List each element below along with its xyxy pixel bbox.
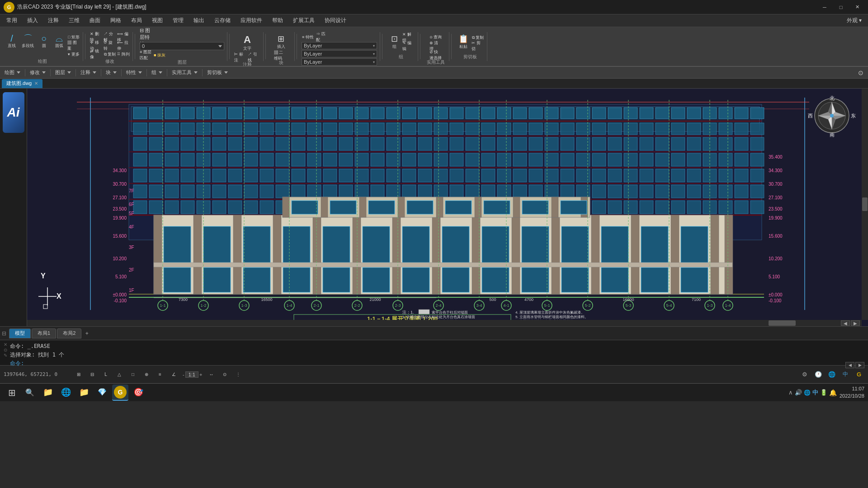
array-button[interactable]: ⠿ 阵列 <box>117 50 130 58</box>
menu-manage[interactable]: 管理 <box>168 15 188 26</box>
cmd-input[interactable] <box>27 360 163 366</box>
circle-button[interactable]: ○ 圆 <box>37 33 51 50</box>
paperspace-button[interactable]: ↔ <box>205 369 217 380</box>
rotate-button[interactable]: ↺ 旋转 <box>104 42 116 50</box>
menu-help[interactable]: 帮助 <box>268 15 288 26</box>
scroll-right-btn[interactable]: ▶ <box>851 320 860 326</box>
cut-button[interactable]: ✂ 剪切 <box>472 42 484 50</box>
cmd-scroll-right[interactable]: ▶ <box>855 362 864 368</box>
maximize-button[interactable]: □ <box>834 3 848 12</box>
scrollbar-h-thumb[interactable] <box>769 320 796 326</box>
tray-battery[interactable]: 🔋 <box>820 389 827 396</box>
snap-button[interactable]: ⊟ <box>86 369 99 380</box>
zoom-in-btn[interactable]: + <box>199 372 202 377</box>
stretch-button[interactable]: ⟵ 拉伸 <box>117 42 130 50</box>
add-tab-button[interactable]: + <box>82 329 91 338</box>
qrcode-button[interactable]: ▦ 二维码 <box>274 52 287 60</box>
tb2-expand[interactable]: ⊙ <box>855 68 866 77</box>
cmd-toggle-2[interactable]: ⊙ <box>4 347 7 352</box>
tb2-layer[interactable]: 图层 <box>52 68 74 77</box>
scroll-left-btn[interactable]: ◀ <box>841 320 850 326</box>
edit-group-button[interactable]: ✎ 编辑 <box>402 42 415 50</box>
menu-mesh[interactable]: 网格 <box>106 15 126 26</box>
ortho-button[interactable]: L <box>99 369 112 380</box>
osnap-button[interactable]: □ <box>127 369 139 380</box>
model-tab-layout1[interactable]: 布局1 <box>32 328 56 338</box>
menu-changyo[interactable]: 常用 <box>2 15 22 26</box>
gstar-logo-btn[interactable]: G <box>854 369 864 380</box>
tb2-annotate[interactable]: 注释 <box>78 68 99 77</box>
tray-notify[interactable]: 🔔 <box>829 389 837 396</box>
toggle-layout-icon[interactable]: ⊟ <box>2 330 6 337</box>
hatch-button[interactable]: ▦ 图案 <box>67 42 80 50</box>
scrollbar-v-thumb[interactable] <box>862 197 868 211</box>
insert-button[interactable]: ⊞ 插入 <box>274 33 288 51</box>
canvas-area[interactable]: 1-1 1-2 1-3 1-4 2-1 2-2 2-3 2-4 3-4 4-1 … <box>27 89 868 326</box>
minimize-button[interactable]: ─ <box>817 3 832 12</box>
grid-button[interactable]: ⊞ <box>72 369 85 380</box>
menu-apps[interactable]: 应用软件 <box>236 15 267 26</box>
close-button[interactable]: ✕ <box>850 3 864 12</box>
doc-tab-close[interactable]: ✕ <box>34 81 38 86</box>
menu-view[interactable]: 视图 <box>147 15 167 26</box>
cmd-toggle-3[interactable]: ✎ <box>4 353 7 358</box>
mirror-button[interactable]: ⇌ 镜像 <box>90 50 103 58</box>
menu-insert[interactable]: 插入 <box>23 15 42 26</box>
layer-props-button[interactable]: ⊟ 图层特性 <box>140 33 152 41</box>
otrack-button[interactable]: ⊕ <box>140 369 153 380</box>
model-tab-model[interactable]: 模型 <box>9 328 31 338</box>
taskbar-browser[interactable]: 🌐 <box>58 385 74 401</box>
more-draw-button[interactable]: ▾ 更多 <box>67 50 80 58</box>
zoom-level[interactable]: 1:1 <box>185 371 198 378</box>
tb2-block[interactable]: 块 <box>103 68 119 77</box>
taskbar-files[interactable]: 📁 <box>76 385 92 401</box>
menu-cloud[interactable]: 云存储 <box>210 15 235 26</box>
tb2-clipboard[interactable]: 剪切板 <box>204 68 231 77</box>
tb2-utility[interactable]: 实用工具 <box>169 68 200 77</box>
menu-surface[interactable]: 曲面 <box>85 15 105 26</box>
color-dropdown[interactable]: ByLayer ▾ <box>302 42 377 49</box>
taskbar-diamond[interactable]: 💎 <box>94 385 110 401</box>
annotscale-button[interactable]: ⊙ <box>218 369 231 380</box>
taskbar-target[interactable]: 🎯 <box>130 385 146 401</box>
lineweight-button[interactable]: ≡ <box>154 369 166 380</box>
layer-dropdown[interactable]: 0 <box>140 42 224 50</box>
transparency-button[interactable]: ∠ <box>167 369 180 380</box>
zoom-out-btn[interactable]: - <box>183 372 184 377</box>
network-icon-btn[interactable]: 🌐 <box>826 369 837 380</box>
tb2-group[interactable]: 组 <box>149 68 165 77</box>
tray-network[interactable]: 🌐 <box>804 389 811 396</box>
tb2-modify[interactable]: 修改 <box>27 68 48 77</box>
ime-btn[interactable]: 中 <box>840 369 851 380</box>
linetype-dropdown[interactable]: ByLayer ▾ <box>302 50 377 57</box>
menu-appearance[interactable]: 外观 ▾ <box>842 15 866 26</box>
copy-button[interactable]: ⧉ 复制 <box>104 50 116 58</box>
settings-icon-btn[interactable]: ⚙ <box>799 369 810 380</box>
dim-button[interactable]: ⊢ 标注 <box>234 53 247 61</box>
workspace-button[interactable]: ⋮ <box>232 369 245 380</box>
layer-match-button[interactable]: ≡ 图层匹配 <box>140 51 152 59</box>
text-button[interactable]: A 文字 <box>234 33 260 52</box>
line-button[interactable]: / 直线 <box>5 33 19 50</box>
qselect-button[interactable]: ⊘ 快速选择 <box>429 51 442 59</box>
layer-apply-button[interactable]: ■ 抹灰 <box>153 51 166 59</box>
polyline-button[interactable]: ⌒ 多段线 <box>20 33 36 50</box>
ai-button[interactable]: Ai <box>3 92 24 133</box>
group-button[interactable]: ⊡ 组 <box>387 33 401 51</box>
leader-button[interactable]: ↗ 引线 <box>248 53 260 61</box>
clock[interactable]: 11:07 2022/10/28 <box>840 385 864 399</box>
doc-tab-jianzhitu[interactable]: 建筑图.dwg ✕ <box>2 79 42 88</box>
cmd-toggle-1[interactable]: ✕ <box>4 342 7 347</box>
tray-ime[interactable]: 中 <box>812 389 818 397</box>
polar-button[interactable]: △ <box>113 369 126 380</box>
tray-chevron[interactable]: ∧ <box>788 389 793 396</box>
start-button[interactable]: ⊞ <box>4 385 20 401</box>
menu-layout[interactable]: 布局 <box>127 15 146 26</box>
scrollbar-v[interactable] <box>862 89 868 320</box>
taskbar-explorer[interactable]: 📁 <box>40 385 56 401</box>
props-button[interactable]: ≡ 特性 <box>302 33 314 41</box>
tb2-props[interactable]: 特性 <box>123 68 145 77</box>
clock-icon-btn[interactable]: 🕐 <box>813 369 824 380</box>
menu-annotate[interactable]: 注释 <box>43 15 63 26</box>
cmd-scroll-left[interactable]: ◀ <box>845 362 854 368</box>
